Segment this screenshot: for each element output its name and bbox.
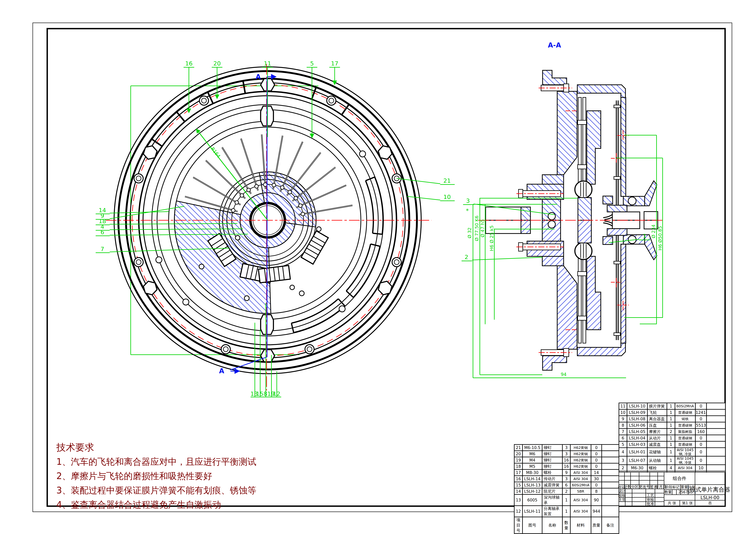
- section-view: A-A: [462, 41, 664, 378]
- section-half: [486, 70, 658, 220]
- bom-cell: 2: [619, 465, 627, 471]
- tech-requirement-item: 1、汽车的飞轮和离合器应对中，且应进行平衡测试: [56, 454, 256, 469]
- bom-cell: M6-30: [627, 465, 647, 471]
- table-row: 20M6铆钉3H62黄铜0: [514, 451, 619, 457]
- qty-label: 数量: [664, 489, 672, 495]
- material-cell: [695, 472, 725, 485]
- bom-cell: AISI 304: [570, 495, 591, 506]
- callout-label: 7: [100, 246, 104, 252]
- bom-cell: [707, 441, 725, 448]
- bom-cell: 13: [514, 495, 523, 506]
- dim-text: H6 Ø50.85: [658, 226, 663, 251]
- callout-label: 10: [444, 193, 451, 200]
- rev-cell: [619, 472, 625, 476]
- rev-cell: [619, 476, 625, 481]
- table-row: 11LSLH-10膜片弹簧160Si2MnA0: [619, 403, 725, 409]
- table-row: 18M5铆钉16H62黄铜0: [514, 463, 619, 470]
- section-title: A-A: [548, 41, 561, 49]
- bom-cell: 从动片: [647, 435, 667, 441]
- bom-cell: [707, 422, 725, 428]
- rev-header: 年月日: [658, 484, 664, 489]
- bom-cell: 6: [619, 435, 627, 441]
- bom-cell: M6-10.5: [523, 445, 542, 451]
- rev-cell: [630, 476, 639, 481]
- bom-cell: 10: [619, 409, 627, 416]
- bom-cell: 30: [591, 476, 602, 482]
- bom-cell: 1: [667, 435, 675, 441]
- rev-cell: [658, 480, 664, 485]
- table-row: 5LSLH-03减震盘1普通碳钢0: [619, 441, 725, 448]
- bom-cell: 2: [667, 428, 675, 435]
- bom-cell: 0: [591, 451, 602, 457]
- sig-cell: [625, 497, 632, 502]
- bom-cell: 5: [619, 441, 627, 448]
- bom-cell: [602, 470, 619, 476]
- table-row: 17M8-30螺栓9AISI 30414: [514, 470, 619, 476]
- bom-header-cell: 数量: [562, 517, 570, 534]
- bom-cell: AISI 304: [570, 470, 591, 476]
- bom-header-cell: 质量: [591, 517, 602, 534]
- bom-cell: 90: [591, 495, 602, 506]
- bom-cell: 14: [591, 470, 602, 476]
- section-half-mirror: [486, 220, 658, 370]
- rev-header: 分区: [630, 484, 639, 489]
- bom-cell: 60Si2MnA: [675, 403, 695, 409]
- bom-cell: [602, 506, 619, 517]
- sig-cell: [632, 497, 646, 502]
- table-row: 19M4铆钉16H62黄铜0: [514, 457, 619, 463]
- bom-cell: 0: [591, 445, 602, 451]
- tech-requirements-title: 技术要求: [56, 440, 256, 454]
- bom-cell: 0: [695, 448, 707, 456]
- sig-cell: [625, 501, 632, 506]
- bom-cell: LSLH-13: [523, 482, 542, 488]
- bom-cell: 1: [667, 441, 675, 448]
- bom-table-left: 21M6-10.5铆钉3H62黄铜020M6铆钉3H62黄铜019M4铆钉16H…: [514, 444, 619, 534]
- bom-cell: 膜片弹簧: [647, 403, 667, 409]
- bom-cell: 11: [619, 403, 627, 409]
- bom-cell: 16: [562, 457, 570, 463]
- bom-cell: 20: [514, 451, 523, 457]
- tech-requirement-item: 2、摩擦片与飞轮的磨损性和吸热性要好: [56, 469, 256, 483]
- bom-cell: 压盘: [647, 422, 667, 428]
- bom-cell: [602, 445, 619, 451]
- sig-cell: [619, 501, 626, 506]
- rev-cell: [624, 476, 631, 481]
- bom-header-cell: 备注: [602, 517, 619, 534]
- table-row: 4LSLH-01花键轴1AISI 1045 钢, 冷拔0: [619, 448, 725, 456]
- pilot-bearing: [548, 213, 555, 220]
- bom-cell: AISI 1045 钢, 冷拔: [675, 456, 695, 465]
- table-row: 21M6-10.5铆钉3H62黄铜0: [514, 445, 619, 451]
- pressure-plate-section: [587, 111, 601, 184]
- bom-cell: M8-30: [523, 470, 542, 476]
- bom-cell: 普通碳钢: [675, 422, 695, 428]
- section-arrow-label-top: A: [256, 73, 261, 81]
- bom-cell: LSLH-11: [523, 506, 542, 517]
- sig-cell: [632, 493, 646, 497]
- bom-cell: 1: [667, 409, 675, 416]
- bom-cell: LSLH-07: [627, 456, 647, 465]
- bom-cell: 0: [591, 463, 602, 470]
- bom-cell: 8: [591, 488, 602, 495]
- bom-cell: 60Si2MnA: [570, 482, 591, 488]
- bom-cell: [602, 488, 619, 495]
- bom-cell: 3: [619, 456, 627, 465]
- bom-cell: 5513: [695, 422, 707, 428]
- callout-label: 8: [263, 391, 267, 397]
- bom-cell: 8: [619, 422, 627, 428]
- bom-cell: LSLH-01: [627, 448, 647, 456]
- bom-cell: 铸铁: [675, 416, 695, 422]
- table-row: 2M6-30螺栓4AISI 30410: [619, 465, 725, 471]
- sig-cell: [655, 501, 664, 506]
- callouts-bottom: 13 15 8 19 12: [251, 303, 281, 397]
- bom-cell: 18: [514, 463, 523, 470]
- flywheel-section: [527, 70, 577, 220]
- bom-cell: 7: [619, 428, 627, 435]
- bom-cell: 从动轴: [647, 456, 667, 465]
- dim-text: Ø 47 h5: [480, 219, 485, 238]
- bom-cell: 4: [667, 465, 675, 471]
- bom-cell: 1: [667, 448, 675, 456]
- table-row: 16LSLH-14传动片3AISI 30430: [514, 476, 619, 482]
- bom-cell: 4: [619, 448, 627, 456]
- bom-cell: 0: [591, 482, 602, 488]
- bom-cell: 0: [695, 441, 707, 448]
